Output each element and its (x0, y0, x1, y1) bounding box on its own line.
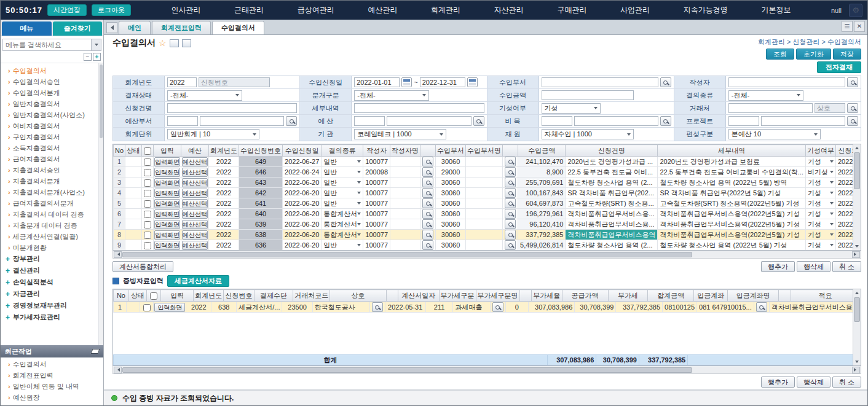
column-header[interactable] (147, 290, 161, 302)
search-icon[interactable] (422, 198, 433, 208)
sidebar-item[interactable]: ›미분개현황 (1, 242, 103, 253)
income-amount-input[interactable] (542, 90, 634, 100)
input-screen-button[interactable]: 입력화면 (154, 303, 185, 312)
search-icon[interactable] (505, 209, 516, 219)
budget-type-select[interactable]: 본예산 10 (728, 129, 821, 139)
sidebar-group[interactable]: +손익실적분석 (1, 276, 103, 288)
column-header[interactable]: 상태 (128, 290, 147, 302)
topbar-menu-item[interactable]: 예산관리 (368, 5, 397, 15)
budget-select-button[interactable]: 예산선택 (182, 157, 208, 166)
sidebar-item[interactable]: ›수입결의서승인 (1, 76, 103, 87)
favorite-star-icon[interactable]: ☆ (159, 38, 167, 48)
decision-type-cell-select[interactable]: 통합계산서 (323, 230, 361, 240)
gisung-cell-select[interactable]: 기성 (808, 189, 834, 198)
date-to-input[interactable] (420, 77, 465, 87)
column-header[interactable]: 입금계좌 (694, 290, 728, 302)
column-header[interactable]: 결의종류 (322, 145, 363, 157)
scroll-down-icon[interactable] (855, 361, 859, 365)
column-header[interactable]: 계산서일자 (398, 290, 439, 302)
budget-dept-code-input[interactable] (167, 116, 198, 126)
sidebar-item[interactable]: ›급여지출결의서분개 (1, 198, 103, 209)
gisung-cell-select[interactable]: 기성 (808, 157, 834, 166)
main-grid-hscrollbar[interactable] (112, 251, 861, 259)
search-icon[interactable] (505, 188, 516, 198)
sidebar-group[interactable]: +경영정보재무관리 (1, 300, 103, 311)
sidebar-item[interactable]: ›여비지출결의서 (1, 120, 103, 131)
row-checkbox[interactable] (144, 200, 151, 208)
acct-unit-select[interactable]: 일반회계 | 10 (167, 129, 259, 139)
sidebar-item[interactable]: ›세금계산서연결(일괄) (1, 231, 103, 242)
save-button[interactable]: 저장 (833, 49, 861, 60)
tab-scroll-left-button[interactable] (106, 22, 117, 33)
vendor-input[interactable] (728, 103, 813, 113)
budget-select-button[interactable]: 예산선택 (182, 178, 208, 187)
search-icon[interactable] (422, 240, 433, 250)
gisung-cell-select[interactable]: 기성 (808, 230, 834, 240)
gisung-select[interactable]: 기성 (542, 103, 601, 114)
row-checkbox[interactable] (144, 158, 151, 166)
column-header[interactable]: 회계년도 (194, 290, 224, 302)
recent-work-item[interactable]: ›일반이체 연동 및 내역 (1, 381, 103, 392)
logout-button[interactable]: 로그아웃 (92, 4, 131, 16)
column-header[interactable] (386, 290, 398, 302)
budget-select-button[interactable]: 예산선택 (182, 199, 208, 208)
budget-select-button[interactable]: 예산선택 (182, 220, 208, 229)
column-header[interactable]: 상태 (125, 145, 142, 157)
detail-grid-vscrollbar[interactable] (853, 289, 861, 365)
item-name-input[interactable] (574, 116, 658, 126)
delete-row-button[interactable]: 행삭제 (797, 377, 831, 388)
reset-button[interactable]: 초기화 (796, 49, 831, 60)
column-header[interactable]: 작성자명 (390, 145, 420, 157)
tab-favorites[interactable]: 즐겨찾기 (53, 21, 103, 36)
topbar-menu-item[interactable]: 기본정보 (761, 5, 791, 15)
gisung-cell-select[interactable]: 기성 (808, 241, 834, 250)
column-header[interactable] (142, 145, 154, 157)
column-header[interactable]: 기성여부 (805, 145, 835, 157)
input-screen-button[interactable]: 입력화면 (154, 209, 180, 219)
sidebar-group[interactable]: +결산관리 (1, 265, 103, 276)
column-header[interactable]: No (114, 290, 129, 302)
search-icon[interactable] (422, 209, 433, 219)
input-screen-button[interactable]: 입력화면 (154, 241, 180, 250)
topbar-menu-item[interactable]: 급상여관리 (298, 5, 334, 15)
document-tab[interactable]: 회계전표입력 (152, 21, 211, 34)
budget-select-button[interactable]: 예산선택 (182, 241, 208, 250)
budget-name-input[interactable] (387, 116, 471, 126)
topbar-menu-item[interactable]: 회계관리 (431, 5, 460, 15)
add-row-button[interactable]: 행추가 (761, 261, 795, 272)
writer-input[interactable] (728, 77, 845, 87)
row-checkbox[interactable] (144, 179, 151, 187)
sidebar-item[interactable]: ›수입결의서 (1, 65, 103, 76)
topbar-menu-item[interactable]: 지속가능경영 (684, 5, 728, 15)
sidebar-group[interactable]: +장부관리 (1, 253, 103, 265)
decision-type-cell-select[interactable]: 일반 (323, 199, 361, 208)
grid-row[interactable]: 9입력화면예산선택20226362022-06-20일반100077300605… (114, 240, 862, 251)
sidebar-item[interactable]: ›급여지출결의서 (1, 154, 103, 165)
menu-search-dropdown-button[interactable] (91, 39, 101, 50)
topbar-menu-item[interactable]: 인사관리 (171, 5, 200, 15)
budget-select-button[interactable]: 예산선택 (182, 168, 208, 177)
column-header[interactable]: 거래처코드 (293, 290, 330, 302)
scroll-right-button[interactable] (852, 367, 860, 373)
document-tab[interactable]: 수입결의서 (212, 21, 264, 34)
row-checkbox[interactable] (144, 232, 151, 239)
search-icon[interactable] (422, 157, 433, 166)
extend-time-button[interactable]: 시간연장 (47, 4, 87, 16)
fund-select[interactable]: 자체수입 | 1000 (542, 129, 634, 139)
search-icon[interactable] (422, 219, 433, 229)
grid-row[interactable]: 7입력화면예산선택20226392022-06-20통합계산서100077300… (114, 219, 862, 230)
scrollbar-thumb[interactable] (100, 64, 103, 138)
column-header[interactable]: 회계년도 (209, 145, 239, 157)
search-icon[interactable] (660, 116, 671, 126)
sidebar-item[interactable]: ›지출결의서승인 (1, 165, 103, 176)
column-header[interactable]: 작성자 (363, 145, 390, 157)
request-no-input[interactable] (199, 77, 270, 87)
decision-type-cell-select[interactable]: 일반 (323, 178, 361, 187)
screen-icon[interactable] (170, 39, 179, 47)
scroll-up-icon[interactable] (855, 290, 859, 294)
search-button[interactable]: 조회 (766, 49, 794, 60)
row-checkbox[interactable] (143, 304, 151, 311)
search-icon[interactable] (505, 157, 516, 166)
row-checkbox[interactable] (144, 221, 151, 228)
column-header[interactable]: 예산 (181, 145, 209, 157)
